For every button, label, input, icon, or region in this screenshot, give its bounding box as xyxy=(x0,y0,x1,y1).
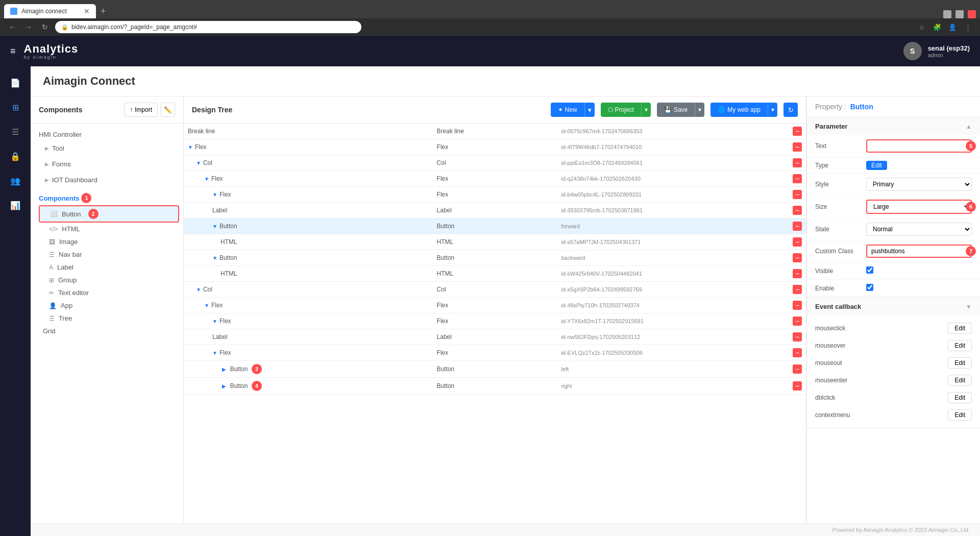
table-row[interactable]: Label Label id-nw562FDprj-1702505203112 … xyxy=(184,329,806,345)
table-row[interactable]: Label Label id-35303795mb-1702503871981 … xyxy=(184,203,806,218)
refresh-btn[interactable]: ↻ xyxy=(39,21,51,33)
tree-item-group[interactable]: ⊞ Group xyxy=(39,274,179,286)
tree-item-navbar[interactable]: ☰ Nav bar xyxy=(39,248,179,261)
delete-row-btn[interactable]: − xyxy=(793,174,802,183)
delete-row-btn[interactable]: − xyxy=(793,316,802,326)
style-property-label: Style xyxy=(815,181,866,188)
state-select[interactable]: Normal Disabled Loading xyxy=(866,223,972,236)
save-dropdown-btn[interactable]: ▾ xyxy=(695,103,704,117)
sidebar-item-list[interactable]: ☰ xyxy=(5,121,26,142)
app-footer: Powered by Aimagin Analytics © 2023 Aima… xyxy=(31,523,980,536)
save-button[interactable]: 💾 Save xyxy=(657,103,695,117)
menu-icon[interactable]: ≡ xyxy=(10,46,16,57)
restore-btn[interactable] xyxy=(955,10,964,18)
delete-row-btn[interactable]: − xyxy=(793,127,802,136)
more-options-icon[interactable]: ⋮ xyxy=(962,21,974,33)
tree-item-html[interactable]: </> HTML xyxy=(39,223,179,235)
delete-row-btn[interactable]: − xyxy=(793,190,802,199)
mywebapp-button[interactable]: 🌐 My web app xyxy=(710,103,768,117)
table-row[interactable]: ▼Col Col id-x5gX6P2b64-1702499592769 − xyxy=(184,282,806,298)
extensions-icon[interactable]: 🧩 xyxy=(931,21,943,33)
delete-row-btn[interactable]: − xyxy=(793,381,802,391)
delete-row-btn[interactable]: − xyxy=(793,206,802,215)
table-row[interactable]: ▼Flex Flex id-EVLQz27x2z-1702505330506 − xyxy=(184,345,806,361)
back-btn[interactable]: ← xyxy=(6,21,18,33)
table-row[interactable]: ▶ Button 3 Button left − xyxy=(184,361,806,378)
enable-checkbox[interactable] xyxy=(866,284,873,291)
bookmark-icon[interactable]: ☆ xyxy=(916,21,928,33)
iot-header[interactable]: ▶ IOT Dashboard xyxy=(35,173,179,187)
hmi-controller-header[interactable]: HMI Controller xyxy=(35,128,179,141)
close-btn[interactable] xyxy=(968,10,976,18)
event-edit-btn-mouseclick[interactable]: Edit xyxy=(948,323,972,334)
table-row[interactable]: ▶ Button 4 Button right − xyxy=(184,378,806,395)
delete-row-btn[interactable]: − xyxy=(793,269,802,278)
sidebar-item-users[interactable]: 👥 xyxy=(5,170,26,191)
new-dropdown-btn[interactable]: ▾ xyxy=(584,103,595,117)
import-button[interactable]: ↑ Import xyxy=(124,103,158,117)
sidebar-item-analytics[interactable]: 📊 xyxy=(5,195,26,215)
tool-header[interactable]: ▶ Tool xyxy=(35,141,179,155)
delete-row-btn[interactable]: − xyxy=(793,158,802,167)
minimize-btn[interactable] xyxy=(943,10,951,18)
table-row[interactable]: ▼Col Col id-ppiEo1m3O8-1702499284561 − xyxy=(184,155,806,171)
event-edit-btn-contextmenu[interactable]: Edit xyxy=(948,409,972,421)
tree-item-label[interactable]: A Label xyxy=(39,261,179,274)
tab-close-btn[interactable]: ✕ xyxy=(84,7,90,15)
tree-item-image[interactable]: 🖼 Image xyxy=(39,235,179,248)
event-edit-btn-mouseout[interactable]: Edit xyxy=(948,357,972,369)
event-edit-btn-mouseenter[interactable]: Edit xyxy=(948,375,972,386)
refresh-button[interactable]: ↻ xyxy=(783,103,798,117)
delete-row-btn[interactable]: − xyxy=(793,332,802,342)
table-row[interactable]: ▼Flex Flex id-48xPty710h-1702502749374 − xyxy=(184,298,806,313)
tree-item-texteditor[interactable]: ✏ Text editor xyxy=(39,286,179,299)
mywebapp-dropdown-btn[interactable]: ▾ xyxy=(768,103,777,117)
forms-header[interactable]: ▶ Forms xyxy=(35,157,179,171)
tree-item-tree[interactable]: ☰ Tree xyxy=(39,312,179,325)
table-row[interactable]: ▼Flex Flex id-q2438o74kk-1702502620430 − xyxy=(184,171,806,187)
browser-tab-active[interactable]: Aimagin connect ✕ xyxy=(4,4,96,18)
delete-row-btn[interactable]: − xyxy=(793,301,802,310)
tree-item-button[interactable]: ⬜ Button 2 xyxy=(39,205,179,223)
delete-row-btn[interactable]: − xyxy=(793,348,802,357)
project-dropdown-btn[interactable]: ▾ xyxy=(641,103,651,117)
delete-row-btn[interactable]: − xyxy=(793,142,802,152)
html-item-icon: </> xyxy=(49,226,58,233)
app-header-right: S senal (esp32) admin xyxy=(903,42,970,60)
tree-item-grid[interactable]: Grid xyxy=(39,325,179,337)
property-panel-header: Property : Button xyxy=(807,96,980,117)
custom-class-input[interactable] xyxy=(866,245,972,258)
table-row[interactable]: ▼Flex Flex id-b4w05pbc4L-1702502809201 − xyxy=(184,187,806,203)
event-edit-btn-mouseover[interactable]: Edit xyxy=(948,340,972,351)
style-select[interactable]: Primary Secondary Danger xyxy=(866,178,972,191)
text-input[interactable] xyxy=(866,139,972,153)
size-select[interactable]: Large Medium Small xyxy=(866,200,972,214)
table-row[interactable]: Break line Break line id-0075c967m4-1702… xyxy=(184,124,806,139)
table-row[interactable]: HTML HTML id-s57aMP7Jkf-1702504361371 − xyxy=(184,234,806,250)
forward-btn[interactable]: → xyxy=(22,21,35,33)
parameter-section-header[interactable]: Parameter ▲ xyxy=(807,117,980,135)
delete-row-btn[interactable]: − xyxy=(793,253,802,262)
delete-row-btn[interactable]: − xyxy=(793,285,802,294)
table-row[interactable]: HTML HTML id-sW425r840V-1702504482041 − xyxy=(184,266,806,282)
tree-item-app[interactable]: 👤 App xyxy=(39,299,179,312)
table-row[interactable]: ▼Flex Flex id-4f79W46db7-1702474794010 − xyxy=(184,139,806,155)
edit-icon-btn[interactable]: ✏️ xyxy=(161,103,175,117)
table-row[interactable]: ▼Flex Flex id-Y7X6x82m1T-1702502915691 − xyxy=(184,313,806,329)
delete-row-btn[interactable]: − xyxy=(793,364,802,374)
sidebar-item-page[interactable]: 📄 xyxy=(5,72,26,93)
event-callback-section-header[interactable]: Event callback ▼ xyxy=(807,298,980,315)
delete-row-btn[interactable]: − xyxy=(793,237,802,247)
visible-checkbox[interactable] xyxy=(866,266,873,274)
sidebar-item-grid[interactable]: ⊞ xyxy=(5,97,26,117)
profile-icon[interactable]: 👤 xyxy=(946,21,959,33)
new-button[interactable]: ✦ New xyxy=(551,103,584,117)
project-button[interactable]: ⬡ Project xyxy=(601,103,641,117)
event-edit-btn-dblclick[interactable]: Edit xyxy=(948,392,972,403)
table-row-selected[interactable]: ▼Button Button forward − xyxy=(184,218,806,234)
new-tab-btn[interactable]: + xyxy=(96,4,110,18)
table-row[interactable]: ▼Button Button backward − xyxy=(184,250,806,266)
url-bar[interactable]: 🔒 bidev.aimagin.com/?_pageId=_page_amgcn… xyxy=(55,21,361,33)
delete-row-btn[interactable]: − xyxy=(793,222,802,231)
sidebar-item-lock[interactable]: 🔒 xyxy=(5,146,26,166)
